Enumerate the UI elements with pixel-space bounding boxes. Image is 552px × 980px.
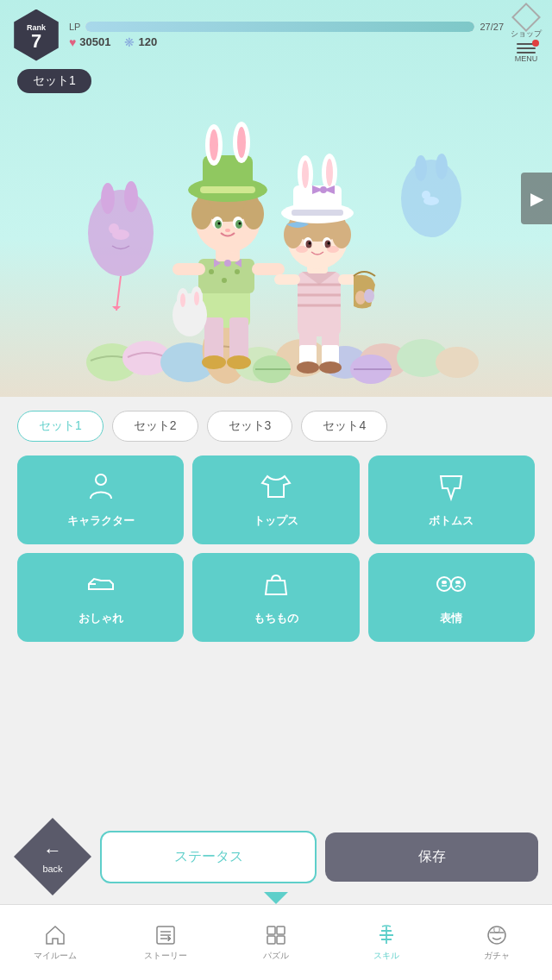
svg-point-91	[320, 186, 327, 193]
nav-gacha[interactable]: ガチャ	[442, 915, 552, 971]
status-button[interactable]: ステータス	[100, 831, 317, 883]
svg-point-101	[444, 581, 446, 583]
svg-point-1	[101, 183, 115, 214]
bottoms-label: ボトムス	[429, 513, 474, 529]
back-button[interactable]: ← back	[14, 818, 91, 895]
scene-area: Rank 7 LP 27/27 ♥ 30501 ❋ 120	[0, 0, 552, 397]
category-grid: キャラクター トップス ボトムス	[17, 455, 535, 642]
svg-point-98	[451, 577, 465, 591]
svg-point-35	[191, 198, 212, 229]
svg-rect-27	[229, 317, 248, 361]
bottoms-button[interactable]: ボトムス	[368, 455, 535, 544]
nav-skill[interactable]: スキル	[331, 915, 442, 971]
svg-point-83	[327, 246, 339, 253]
svg-point-25	[235, 269, 240, 274]
svg-point-80	[309, 242, 311, 245]
lp-label: LP	[69, 22, 80, 32]
currency-row: ♥ 30501 ❋ 120	[69, 35, 504, 49]
svg-rect-86	[292, 210, 343, 216]
back-arrow-icon: ←	[43, 839, 62, 862]
svg-rect-31	[252, 263, 285, 275]
home-icon	[44, 924, 66, 946]
customize-panel: セット1 セット2 セット3 セット4 キャラクター トップス	[0, 397, 552, 656]
menu-label: MENU	[515, 54, 538, 63]
next-arrow-button[interactable]: ▶	[521, 173, 552, 224]
set-tabs: セット1 セット2 セット3 セット4	[17, 411, 535, 442]
hearts-value: 30501	[79, 35, 110, 48]
header-stats: LP 27/27 ♥ 30501 ❋ 120	[69, 22, 504, 49]
tops-button[interactable]: トップス	[192, 455, 359, 544]
nav-puzzle[interactable]: パズル	[221, 915, 331, 971]
lp-row: LP 27/27	[69, 22, 504, 32]
nav-myroom[interactable]: マイルーム	[0, 915, 110, 971]
bag-icon	[260, 569, 292, 604]
svg-rect-67	[274, 274, 300, 285]
save-button[interactable]: 保存	[325, 832, 538, 882]
svg-point-56	[224, 260, 231, 267]
nav-gacha-label: ガチャ	[484, 950, 510, 962]
svg-rect-26	[204, 317, 223, 361]
svg-point-54	[180, 293, 185, 307]
character-button[interactable]: キャラクター	[17, 455, 184, 544]
svg-rect-46	[200, 186, 255, 193]
svg-point-90	[326, 159, 333, 186]
lp-bar-bg	[85, 22, 474, 32]
story-icon	[154, 924, 177, 946]
svg-point-29	[227, 355, 251, 369]
hearts-item: ♥ 30501	[69, 35, 110, 49]
svg-point-20	[436, 347, 479, 378]
svg-point-112	[488, 927, 505, 944]
gems-value: 120	[138, 35, 157, 48]
svg-rect-111	[277, 936, 285, 944]
svg-point-65	[297, 361, 319, 374]
svg-point-4	[112, 229, 129, 240]
svg-point-55	[194, 292, 199, 305]
svg-point-28	[202, 355, 226, 369]
svg-rect-108	[267, 927, 275, 934]
expression-button[interactable]: 表情	[368, 553, 535, 642]
svg-point-41	[218, 223, 221, 225]
set-tab-2[interactable]: セット2	[112, 411, 198, 442]
items-label: もちもの	[254, 611, 298, 626]
svg-point-103	[458, 581, 460, 583]
svg-point-42	[239, 223, 242, 225]
svg-point-81	[328, 242, 330, 245]
svg-rect-30	[172, 263, 205, 275]
menu-notification-dot	[532, 40, 539, 47]
gems-item: ❋ 120	[124, 35, 157, 49]
fashion-button[interactable]: おしゃれ	[17, 553, 184, 642]
svg-point-70	[364, 289, 374, 303]
character-label: キャラクター	[67, 513, 135, 529]
svg-point-43	[225, 229, 230, 232]
svg-point-36	[243, 198, 264, 229]
back-label: back	[42, 864, 62, 874]
menu-button[interactable]: MENU	[515, 43, 538, 63]
svg-point-82	[296, 246, 308, 253]
svg-rect-110	[267, 936, 275, 944]
set-tab-1[interactable]: セット1	[17, 411, 104, 442]
face-icon	[436, 569, 467, 604]
rank-value: 7	[31, 32, 41, 51]
svg-rect-109	[277, 927, 285, 934]
expression-label: 表情	[440, 611, 462, 626]
set-tab-4[interactable]: セット4	[301, 411, 387, 442]
svg-point-97	[437, 577, 451, 591]
tops-label: トップス	[254, 513, 298, 529]
svg-point-23	[209, 269, 214, 274]
lp-bar-fill	[85, 22, 474, 32]
svg-point-24	[222, 278, 227, 283]
bottom-nav: マイルーム ストーリー パズル スキル	[0, 904, 552, 980]
pants-icon	[436, 471, 467, 506]
shop-button[interactable]: ショップ	[511, 7, 542, 40]
svg-point-49	[210, 129, 218, 160]
nav-story-label: ストーリー	[144, 950, 187, 962]
svg-point-8	[436, 154, 448, 179]
nav-story[interactable]: ストーリー	[110, 915, 221, 971]
lp-display: 27/27	[480, 22, 504, 32]
svg-point-89	[302, 160, 309, 188]
svg-point-75	[332, 221, 351, 248]
header-bar: Rank 7 LP 27/27 ♥ 30501 ❋ 120	[0, 0, 552, 70]
set-tab-3[interactable]: セット3	[207, 411, 293, 442]
items-button[interactable]: もちもの	[192, 553, 359, 642]
puzzle-icon	[265, 924, 287, 946]
